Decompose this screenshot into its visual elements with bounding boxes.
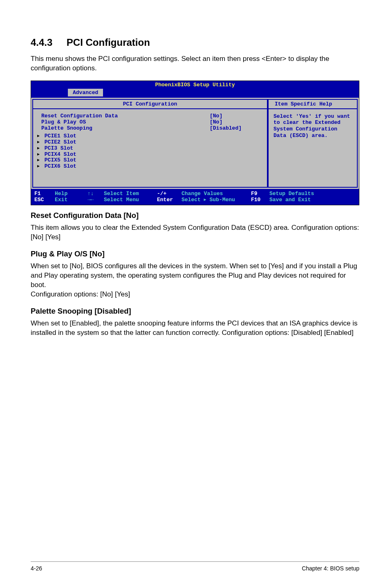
bios-item-submenu[interactable]: ▶ PCIE2 Slot: [37, 139, 210, 146]
section-header: 4.4.3 PCI Configuration: [31, 37, 359, 48]
submenu-arrow-icon: ▶: [37, 140, 41, 145]
bios-help-text: Select 'Yes' if you want to clear the Ex…: [269, 109, 357, 143]
footer-key-enter: Enter: [157, 197, 173, 203]
bios-left-pane: PCI Configuration Reset Configuration Da…: [32, 99, 268, 188]
bios-item-submenu[interactable]: ▶ PCIE1 Slot: [37, 133, 210, 139]
updown-arrows-icon: ↑↓: [87, 191, 94, 197]
bios-tab-advanced[interactable]: Advanced: [68, 89, 103, 97]
leftright-arrows-icon: →←: [87, 197, 94, 203]
bios-menubar: Advanced: [31, 89, 359, 97]
submenu-arrow-icon: ▶: [204, 197, 206, 202]
submenu-arrow-icon: ▶: [37, 146, 41, 151]
footer-label-select-menu: Select Menu: [104, 197, 139, 203]
footer-label-sub-menu: Select ▶ Sub-Menu: [182, 197, 235, 203]
footer-label-help: Help: [55, 191, 67, 197]
submenu-arrow-icon: ▶: [37, 134, 41, 139]
footer-label-save-exit: Save and Exit: [269, 197, 311, 203]
page-number: 4-26: [31, 565, 42, 572]
footer-key-f10: F10: [251, 197, 260, 203]
bios-item[interactable]: Plug & Play OS: [37, 119, 210, 126]
footer-key-f9: F9: [251, 191, 258, 197]
bios-item[interactable]: Palette Snooping: [37, 126, 210, 132]
section-title: PCI Configuration: [67, 37, 150, 48]
page-footer: 4-26 Chapter 4: BIOS setup: [31, 561, 359, 572]
bios-right-header: Item Specific Help: [269, 100, 357, 109]
bios-item-submenu[interactable]: ▶ PCIX5 Slot: [37, 157, 210, 164]
bios-footer: F1 ESC Help Exit ↑↓ →← Select Item Selec…: [31, 189, 359, 205]
subsection-title: Reset Configuration Data [No]: [31, 211, 359, 220]
bios-item-submenu[interactable]: ▶ PCI3 Slot: [37, 146, 210, 152]
section-number: 4.4.3: [31, 37, 52, 48]
bios-item-values: [No] [No] [Disabled]: [210, 113, 267, 175]
subsection-title: Palette Snooping [Disabled]: [31, 307, 359, 316]
intro-paragraph: This menu shows the PCI configuration se…: [31, 54, 359, 73]
bios-value[interactable]: [No]: [210, 113, 267, 119]
subsection-title: Plug & Play O/S [No]: [31, 249, 359, 258]
footer-key-f1: F1: [34, 191, 41, 197]
bios-item-submenu[interactable]: ▶ PCIX6 Slot: [37, 164, 210, 170]
bios-title: PhoenixBIOS Setup Utility: [31, 81, 359, 89]
footer-label-select-item: Select Item: [104, 191, 139, 197]
bios-value[interactable]: [Disabled]: [210, 126, 267, 132]
footer-key-minusplus: -/+: [157, 191, 166, 197]
bios-item[interactable]: Reset Configuration Data: [37, 113, 210, 119]
bios-left-header: PCI Configuration: [33, 100, 267, 109]
subsection-body: When set to [Enabled], the palette snoop…: [31, 319, 359, 338]
submenu-arrow-icon: ▶: [37, 158, 41, 163]
bios-item-labels: Reset Configuration Data Plug & Play OS …: [35, 113, 210, 175]
bios-item-submenu[interactable]: ▶ PCIX4 Slot: [37, 152, 210, 158]
chapter-label: Chapter 4: BIOS setup: [302, 565, 359, 572]
submenu-arrow-icon: ▶: [37, 164, 41, 169]
bios-value[interactable]: [No]: [210, 119, 267, 126]
footer-label-change-values: Change Values: [182, 191, 223, 197]
bios-body: Reset Configuration Data Plug & Play OS …: [33, 109, 267, 187]
bios-screenshot: PhoenixBIOS Setup Utility Advanced PCI C…: [31, 81, 359, 205]
subsection-body: This item allows you to clear the Extend…: [31, 223, 359, 242]
footer-label-setup-defaults: Setup Defaults: [269, 191, 314, 197]
footer-key-esc: ESC: [34, 197, 44, 203]
footer-label-exit: Exit: [55, 197, 67, 203]
bios-main: PCI Configuration Reset Configuration Da…: [31, 97, 359, 189]
subsection-body: When set to [No], BIOS configures all th…: [31, 262, 359, 299]
submenu-arrow-icon: ▶: [37, 152, 41, 157]
bios-right-pane: Item Specific Help Select 'Yes' if you w…: [268, 99, 358, 188]
